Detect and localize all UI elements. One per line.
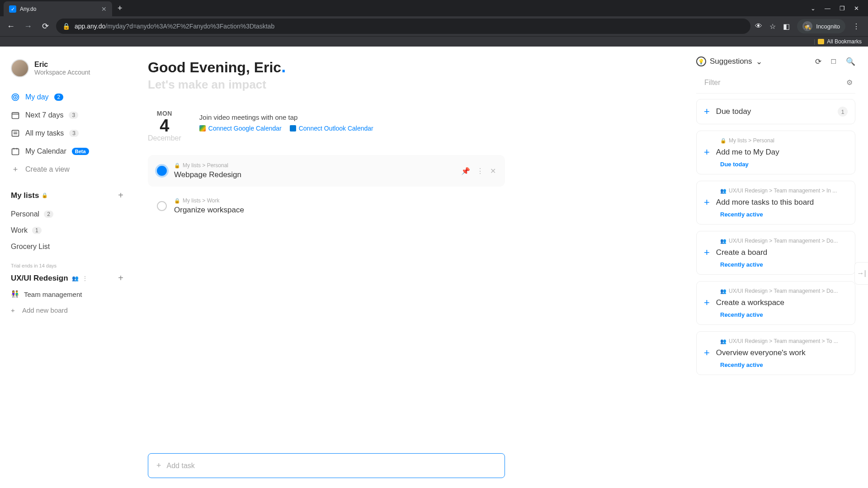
accent-dot-icon: . [281, 57, 286, 76]
chevron-down-icon: ⌄ [756, 57, 762, 66]
add-board-button[interactable]: + Add new board [5, 302, 129, 318]
minimize-icon[interactable]: — [825, 5, 830, 12]
forward-button[interactable]: → [22, 22, 34, 31]
add-list-button[interactable]: + [118, 190, 123, 201]
app-root: Eric Workspace Account My day 2 Next 7 d… [0, 47, 868, 488]
create-view-button[interactable]: + Create a view [5, 160, 129, 178]
all-bookmarks-button[interactable]: All Bookmarks [827, 38, 862, 45]
chevron-down-icon[interactable]: ⌄ [811, 5, 816, 12]
count-badge: 2 [54, 94, 64, 101]
search-icon[interactable]: 🔍 [846, 57, 855, 66]
task-path: 🔒My lists > Personal [174, 162, 454, 169]
more-icon[interactable]: ⋮ [82, 275, 88, 282]
add-workspace-item-button[interactable]: + [118, 273, 123, 283]
suggestion-card[interactable]: 👥UX/UI Redesign > Team management > Do..… [696, 281, 855, 325]
due-today-card[interactable]: + Due today 1 [696, 99, 855, 124]
suggestion-title: Add me to My Day [716, 148, 848, 157]
nav-label: My day [25, 93, 49, 101]
list-work[interactable]: Work 1 [5, 222, 129, 239]
add-icon[interactable]: + [704, 297, 710, 309]
eye-off-icon[interactable]: 👁 [755, 22, 762, 30]
browser-chrome: ✓ Any.do ✕ + ⌄ — ❐ ✕ ← → ⟳ 🔒 app.any.do/… [0, 0, 868, 47]
maximize-icon[interactable]: ❐ [840, 5, 845, 12]
meetings-column: Join video meetings with one tap Connect… [199, 110, 373, 142]
people-icon: 👥 [720, 238, 726, 244]
workspace-name: UX/UI Redesign [11, 274, 68, 283]
reload-button[interactable]: ⟳ [39, 21, 52, 31]
suggestion-card[interactable]: 👥UX/UI Redesign > Team management > Do..… [696, 231, 855, 275]
refresh-icon[interactable]: ⟳ [815, 57, 821, 66]
tab-title: Any.do [20, 6, 36, 12]
path-text: UX/UI Redesign > Team management > Do... [729, 238, 838, 244]
browser-tab[interactable]: ✓ Any.do ✕ [4, 1, 112, 17]
list-grocery[interactable]: Grocery List [5, 239, 129, 255]
add-icon[interactable]: + [704, 347, 710, 359]
list-personal[interactable]: Personal 2 [5, 206, 129, 222]
list-label: Grocery List [11, 243, 50, 251]
suggestion-path: 👥UX/UI Redesign > Team management > Do..… [704, 238, 848, 244]
task-body: 🔒My lists > Work Organize workspace [174, 197, 496, 215]
nav-all-tasks[interactable]: All my tasks 3 [5, 124, 129, 142]
add-board-label: Add new board [22, 306, 68, 314]
main-content: Good Evening, Eric. Let's make an impact… [134, 47, 692, 488]
lock-icon: 🔒 [174, 163, 180, 169]
add-icon[interactable]: + [704, 106, 710, 117]
collapse-panel-button[interactable]: →| [854, 262, 868, 285]
suggestion-card[interactable]: 👥UX/UI Redesign > Team management > To .… [696, 331, 855, 375]
task-checkbox[interactable] [157, 166, 167, 176]
close-tab-icon[interactable]: ✕ [101, 5, 107, 13]
path-text: My lists > Work [183, 197, 219, 204]
add-icon[interactable]: + [704, 247, 710, 258]
new-tab-button[interactable]: + [118, 4, 123, 13]
panel-actions: ⟳ □ 🔍 [815, 57, 855, 66]
window-controls: ⌄ — ❐ ✕ [811, 5, 864, 12]
people-icon: 👥 [720, 338, 726, 344]
filter-settings-icon[interactable]: ⚙ [846, 78, 853, 87]
workspace-header[interactable]: UX/UI Redesign 👥 ⋮ + [5, 270, 129, 286]
close-window-icon[interactable]: ✕ [854, 5, 859, 12]
add-icon[interactable]: + [704, 197, 710, 208]
square-icon[interactable]: □ [831, 57, 836, 66]
profile-section[interactable]: Eric Workspace Account [5, 56, 129, 81]
more-icon[interactable]: ⋮ [476, 167, 484, 175]
task-card[interactable]: 🔒My lists > Personal Webpage Redesign 📌 … [148, 155, 505, 187]
filter-row[interactable]: Filter ⚙ [696, 75, 855, 94]
nav-my-calendar[interactable]: My Calendar Beta [5, 142, 129, 160]
suggestion-path: 🔒My lists > Personal [704, 137, 848, 144]
star-icon[interactable]: ☆ [769, 22, 776, 31]
task-title: Organize workspace [174, 206, 496, 215]
suggestion-card[interactable]: 🔒My lists > Personal +Add me to My Day D… [696, 131, 855, 174]
board-team-management[interactable]: 👫 Team management [5, 286, 129, 302]
menu-icon[interactable]: ⋮ [853, 22, 860, 31]
task-checkbox[interactable] [157, 201, 167, 211]
extensions-icon[interactable]: ◧ [783, 22, 790, 31]
count-badge: 3 [69, 112, 78, 119]
suggestion-meta: Recently active [704, 311, 848, 318]
nav-next-7-days[interactable]: Next 7 days 3 [5, 106, 129, 124]
task-actions: 📌 ⋮ ✕ [461, 167, 496, 175]
pin-icon[interactable]: 📌 [461, 167, 470, 175]
task-card[interactable]: 🔒My lists > Work Organize workspace [148, 190, 505, 222]
connect-outlook-calendar[interactable]: Connect Outlook Calendar [290, 125, 373, 132]
suggestion-card[interactable]: 👥UX/UI Redesign > Team management > In .… [696, 181, 855, 225]
suggestions-panel: 💡 Suggestions ⌄ ⟳ □ 🔍 Filter ⚙ + Due tod… [692, 47, 868, 488]
path-text: UX/UI Redesign > Team management > Do... [729, 288, 838, 294]
tagline: Let's make an impact [148, 78, 674, 92]
lock-icon: 🔒 [62, 23, 70, 30]
board-label: Team management [24, 291, 82, 298]
address-bar[interactable]: 🔒 app.any.do/myday?d=anydo%3A%2F%2Fanydo… [56, 19, 750, 34]
back-button[interactable]: ← [5, 22, 17, 31]
suggestion-path: 👥UX/UI Redesign > Team management > In .… [704, 188, 848, 194]
suggestion-path: 👥UX/UI Redesign > Team management > To .… [704, 338, 848, 344]
suggestion-title: Overview everyone's work [716, 348, 848, 357]
suggestion-title: Add more tasks to this board [716, 198, 848, 207]
incognito-badge[interactable]: 🕵 Incognito [797, 19, 845, 33]
suggestions-dropdown[interactable]: 💡 Suggestions ⌄ [696, 56, 762, 66]
list-icon [11, 129, 20, 138]
count-badge: 2 [44, 211, 53, 218]
add-icon[interactable]: + [704, 146, 710, 158]
connect-google-calendar[interactable]: Connect Google Calendar [199, 125, 282, 132]
close-icon[interactable]: ✕ [490, 167, 496, 175]
nav-my-day[interactable]: My day 2 [5, 88, 129, 106]
add-task-input[interactable]: + Add task [148, 453, 505, 478]
